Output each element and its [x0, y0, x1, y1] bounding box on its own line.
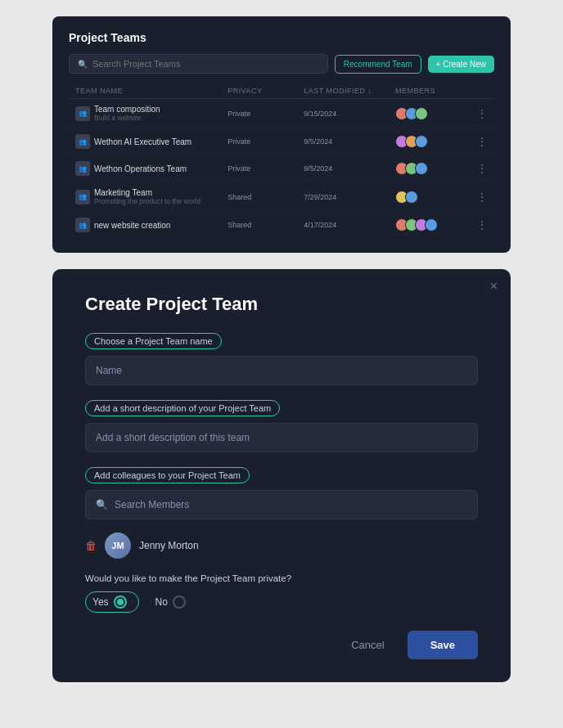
close-button[interactable]: × — [490, 279, 498, 294]
search-box[interactable]: 🔍 — [69, 54, 328, 74]
privacy-yes-option[interactable]: Yes — [85, 591, 139, 613]
team-cell: 👥 Wethon Operations Team — [75, 161, 227, 176]
team-name: Wethon AI Executive Team — [94, 137, 191, 146]
members-cell — [395, 107, 471, 120]
date-text: 9/5/2024 — [304, 164, 395, 173]
team-cell: 👥 Team composition Build a website — [75, 105, 227, 122]
privacy-options: Yes No — [85, 591, 478, 613]
members-cell — [395, 162, 471, 175]
team-cell: 👥 Marketing Team Promoting the product t… — [75, 188, 227, 205]
panel-title: Project Teams — [69, 31, 494, 44]
team-name: new website creation — [94, 221, 170, 230]
team-cell: 👥 new website creation — [75, 218, 227, 232]
team-icon-img: 👥 — [75, 190, 90, 204]
member-avatar: JM — [105, 533, 131, 559]
yes-radio[interactable] — [114, 595, 127, 609]
avatar — [425, 218, 438, 231]
search-input[interactable] — [92, 59, 319, 69]
project-teams-panel: Project Teams 🔍 Recommend Team + Create … — [52, 16, 511, 253]
team-sub: Promoting the product to the world — [94, 197, 200, 205]
table-header: Team Name Privacy Last Modified ↓ Member… — [69, 83, 494, 99]
modal-footer: Cancel Save — [85, 631, 478, 659]
members-cell — [395, 135, 471, 148]
more-options-button[interactable]: ⋮ — [471, 218, 488, 231]
yes-label: Yes — [92, 596, 109, 608]
search-members-input[interactable] — [115, 499, 467, 510]
remove-member-button[interactable]: 🗑 — [85, 539, 97, 552]
team-icon-img: 👥 — [75, 161, 90, 176]
more-options-button[interactable]: ⋮ — [471, 135, 488, 148]
table-row: 👥 Wethon Operations Team Private 9/5/202… — [69, 155, 494, 182]
create-team-modal: × Create Project Team Choose a Project T… — [52, 269, 511, 682]
avatar — [415, 107, 428, 120]
team-icon-img: 👥 — [75, 218, 90, 232]
more-options-button[interactable]: ⋮ — [471, 162, 488, 175]
privacy-section: Would you like to make the Project Team … — [85, 573, 478, 613]
member-row: 🗑 JM Jenny Morton — [85, 533, 478, 559]
members-cell — [395, 191, 471, 204]
no-radio[interactable] — [173, 595, 186, 609]
section-label-name: Choose a Project Team name — [85, 333, 222, 349]
avatar — [415, 135, 428, 148]
privacy-no-option[interactable]: No — [155, 595, 186, 609]
privacy-badge: Shared — [227, 193, 304, 201]
avatar — [415, 162, 428, 175]
toolbar: 🔍 Recommend Team + Create New — [69, 54, 494, 74]
date-text: 9/5/2024 — [304, 137, 395, 146]
members-cell — [395, 218, 471, 231]
team-cell: 👥 Wethon AI Executive Team — [75, 134, 227, 149]
col-last-modified: Last Modified ↓ — [304, 87, 395, 95]
more-options-button[interactable]: ⋮ — [471, 191, 488, 204]
col-team-name: Team Name — [75, 87, 227, 95]
create-new-button[interactable]: + Create New — [428, 56, 494, 73]
no-label: No — [155, 596, 168, 608]
col-privacy: Privacy — [227, 87, 304, 95]
table-row: 👥 Marketing Team Promoting the product t… — [69, 182, 494, 212]
team-name: Team composition — [94, 105, 160, 114]
date-text: 7/29/2024 — [304, 193, 395, 201]
date-text: 9/15/2024 — [304, 110, 395, 118]
avatar — [405, 191, 418, 204]
member-name: Jenny Morton — [139, 540, 199, 551]
privacy-badge: Private — [227, 164, 304, 173]
team-name: Wethon Operations Team — [94, 164, 187, 173]
privacy-badge: Private — [227, 137, 304, 146]
date-text: 4/17/2024 — [304, 221, 395, 229]
team-name-input[interactable] — [85, 356, 478, 385]
col-actions — [471, 87, 488, 95]
recommend-team-button[interactable]: Recommend Team — [335, 55, 421, 74]
privacy-badge: Private — [227, 110, 304, 118]
table-row: 👥 Wethon AI Executive Team Private 9/5/2… — [69, 128, 494, 155]
description-input[interactable] — [85, 423, 478, 452]
privacy-question: Would you like to make the Project Team … — [85, 573, 478, 583]
col-members: Members — [395, 87, 471, 95]
search-icon: 🔍 — [96, 499, 108, 510]
team-sub: Build a website — [94, 114, 160, 122]
privacy-badge: Shared — [227, 221, 304, 229]
team-name: Marketing Team — [94, 188, 200, 197]
table-row: 👥 new website creation Shared 4/17/2024 … — [69, 212, 494, 238]
section-label-description: Add a short description of your Project … — [85, 400, 280, 416]
team-icon-img: 👥 — [75, 106, 90, 121]
search-members-box[interactable]: 🔍 — [85, 490, 478, 519]
cancel-button[interactable]: Cancel — [338, 632, 397, 658]
team-icon-img: 👥 — [75, 134, 90, 149]
save-button[interactable]: Save — [408, 631, 478, 659]
table-row: 👥 Team composition Build a website Priva… — [69, 99, 494, 128]
search-icon: 🔍 — [78, 60, 88, 69]
more-options-button[interactable]: ⋮ — [471, 107, 488, 120]
section-label-colleagues: Add colleagues to your Project Team — [85, 467, 250, 483]
modal-title: Create Project Team — [85, 294, 478, 315]
